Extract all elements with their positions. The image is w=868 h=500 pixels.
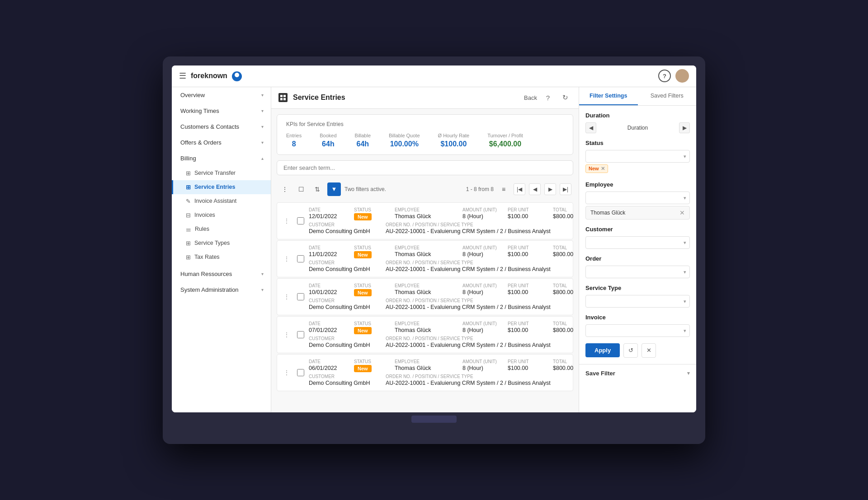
filter-duration-section: Duration ◀ Duration ▶ (585, 112, 690, 133)
sidebar-item-label: Rules (195, 226, 209, 232)
sidebar-item-service-types[interactable]: ⊞ Service Types (172, 236, 271, 250)
table-row[interactable]: ⋮ Date 12/01/2022 Status (277, 202, 573, 239)
chevron-down-icon: ▾ (261, 140, 264, 145)
status-tag-new: New ✕ (585, 164, 608, 173)
sidebar-item-service-entries[interactable]: ⊞ Service Entries (172, 180, 271, 194)
duration-nav: ◀ Duration ▶ (585, 122, 690, 133)
entry-perunit: $100.00 (508, 289, 544, 295)
panel-actions: Apply ↺ ✕ (585, 343, 690, 358)
order-select[interactable] (585, 266, 690, 278)
help-button[interactable]: ? (658, 70, 671, 82)
sidebar-item-invoices[interactable]: ⊟ Invoices (172, 208, 271, 222)
svg-rect-3 (283, 98, 286, 100)
status-select[interactable] (585, 150, 690, 163)
employee-tag-close-button[interactable]: ✕ (679, 209, 685, 216)
reset-button[interactable]: ↺ (623, 343, 638, 358)
tab-filter-settings[interactable]: Filter Settings (579, 87, 638, 105)
sidebar-item-customers-contacts[interactable]: Customers & Contacts ▾ (172, 119, 271, 135)
search-input[interactable] (283, 164, 566, 171)
table-row[interactable]: ⋮ Date 07/01/2022 Status (277, 316, 573, 353)
col-total-label: Total (553, 283, 579, 288)
employee-select[interactable] (585, 192, 690, 204)
sidebar-item-working-times[interactable]: Working Times ▾ (172, 103, 271, 119)
first-page-button[interactable]: |◀ (514, 183, 525, 195)
col-customer-label: Customer (309, 374, 377, 379)
content-area: KPIs for Service Entries Entries 8 Booke… (271, 109, 579, 412)
grid-icon: ⊞ (186, 254, 191, 261)
clear-button[interactable]: ✕ (642, 343, 656, 358)
customer-select[interactable] (585, 236, 690, 249)
col-order-label: Order no. / Position / Service Type (386, 336, 579, 341)
col-date-label: Date (309, 207, 345, 212)
entry-order: AU-2022-10001 - Evaluierung CRM System /… (386, 342, 579, 348)
grid-icon: ⊞ (186, 240, 191, 247)
help-icon-button[interactable]: ? (542, 91, 554, 104)
sidebar-item-invoice-assistant[interactable]: ✎ Invoice Assistant (172, 194, 271, 208)
more-options-button[interactable]: ⋮ (278, 183, 291, 196)
kpi-value: 100.00% (389, 140, 420, 148)
entry-order: AU-2022-10001 - Evaluierung CRM System /… (386, 304, 579, 310)
row-checkbox[interactable] (297, 217, 304, 224)
hamburger-icon[interactable]: ☰ (179, 71, 186, 81)
service-type-select[interactable] (585, 295, 690, 308)
tag-close-button[interactable]: ✕ (601, 166, 605, 172)
col-order-label: Order no. / Position / Service Type (386, 260, 579, 265)
col-amount-label: Amount (Unit) (462, 359, 499, 364)
row-checkbox[interactable] (297, 331, 304, 338)
status-label: Status (585, 140, 690, 146)
page-topbar: Service Entries Back ? ↻ (271, 87, 579, 109)
sidebar-item-system-admin[interactable]: System Administration ▾ (172, 282, 271, 298)
user-avatar[interactable] (675, 69, 689, 83)
last-page-button[interactable]: ▶| (560, 183, 571, 195)
search-bar[interactable] (277, 160, 573, 175)
entry-customer: Demo Consulting GmbH (309, 342, 377, 348)
save-filter-row[interactable]: Save Filter ▾ (579, 364, 696, 382)
employee-tag: Thomas Glück ✕ (585, 206, 690, 220)
refresh-icon-button[interactable]: ↻ (559, 91, 571, 104)
sidebar-item-overview[interactable]: Overview ▾ (172, 87, 271, 103)
order-select-wrapper (585, 266, 690, 278)
col-customer-label: Customer (309, 222, 377, 227)
table-row[interactable]: ⋮ Date 06/01/2022 Status (277, 354, 573, 391)
kpi-title: KPIs for Service Entries (286, 121, 564, 127)
row-menu-button[interactable]: ⋮ (283, 255, 292, 262)
filter-button[interactable]: ▼ (327, 182, 341, 196)
apply-button[interactable]: Apply (585, 343, 620, 357)
col-customer-label: Customer (309, 298, 377, 303)
next-page-button[interactable]: ▶ (544, 183, 556, 195)
duration-prev-button[interactable]: ◀ (585, 122, 596, 133)
row-menu-button[interactable]: ⋮ (283, 331, 292, 338)
row-checkbox[interactable] (297, 369, 304, 376)
invoice-select[interactable] (585, 324, 690, 337)
sidebar-item-label: Human Ressources (180, 271, 232, 277)
duration-next-button[interactable]: ▶ (679, 122, 690, 133)
row-menu-button[interactable]: ⋮ (283, 293, 292, 300)
sidebar-item-label: Service Transfer (194, 170, 236, 176)
sort-asc-button[interactable]: ≡ (497, 183, 510, 196)
entry-customer: Demo Consulting GmbH (309, 304, 377, 310)
prev-page-button[interactable]: ◀ (529, 183, 541, 195)
sidebar-item-tax-rates[interactable]: ⊞ Tax Rates (172, 250, 271, 264)
row-checkbox[interactable] (297, 293, 304, 300)
row-checkbox[interactable] (297, 255, 304, 262)
tab-saved-filters[interactable]: Saved Filters (638, 87, 697, 105)
col-status-label: Status (354, 207, 386, 212)
row-menu-button[interactable]: ⋮ (283, 369, 292, 376)
invoice-label: Invoice (585, 314, 690, 321)
sidebar-item-rules[interactable]: ⚌ Rules (172, 222, 271, 236)
table-row[interactable]: ⋮ Date 10/01/2022 Status (277, 278, 573, 315)
sidebar-item-label: Service Entries (194, 184, 235, 190)
sidebar-item-offers-orders[interactable]: Offers & Orders ▾ (172, 135, 271, 150)
col-customer-label: Customer (309, 336, 377, 341)
sort-button[interactable]: ⇅ (311, 183, 324, 196)
sidebar-item-service-transfer[interactable]: ⊞ Service Transfer (172, 166, 271, 180)
status-badge: New (354, 251, 372, 258)
row-menu-button[interactable]: ⋮ (283, 217, 292, 224)
row-details: Date 11/01/2022 Status New Employee (309, 245, 579, 272)
select-all-button[interactable]: ☐ (295, 183, 307, 196)
table-row[interactable]: ⋮ Date 11/01/2022 Status (277, 240, 573, 277)
sidebar-item-billing[interactable]: Billing ▴ (172, 150, 271, 166)
back-button[interactable]: Back (524, 94, 537, 101)
sidebar-item-human-resources[interactable]: Human Ressources ▾ (172, 266, 271, 282)
edit-icon: ✎ (186, 198, 191, 205)
